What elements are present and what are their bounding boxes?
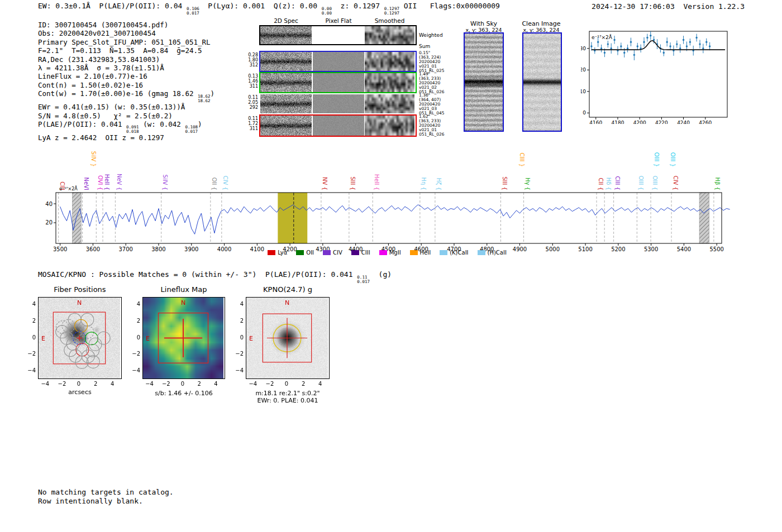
- mosaic-match-line: MOSAIC/KPNO : Possible Matches = 0 (with…: [38, 270, 392, 284]
- legend-label: HeII: [420, 250, 431, 256]
- data-point: [683, 39, 684, 41]
- y-tick-label: −4: [23, 367, 36, 373]
- pixel-flat-strip: [313, 52, 364, 71]
- lineflux-caption: s/b: 1.46 +/- 0.106: [131, 390, 237, 397]
- y-tick-label: 4: [231, 301, 244, 307]
- lineflux-map-panel: NE: [142, 297, 225, 379]
- spectral-line-label: NeVI: [83, 178, 89, 190]
- data-point: [686, 45, 688, 47]
- legend-item: (H)CaII: [478, 250, 507, 256]
- full-spectrum-plot: 3500360037003800390040004100420043004400…: [45, 146, 737, 258]
- spectral-line-label: HeII {: [104, 174, 110, 190]
- fraction-lower: 0.1297: [384, 11, 399, 16]
- weighted-sum-line2: Sum: [419, 44, 443, 49]
- lineflux-map-title: Lineflux Map: [142, 285, 225, 294]
- info-line: F=2.1" T=0.113 N̄=1.35 A=0.84 ḡ=24.5: [38, 46, 214, 55]
- data-point: [666, 41, 667, 43]
- y-tick-label: 0: [23, 334, 36, 341]
- text-segment: (g): [370, 270, 392, 279]
- x-tick-label: 2: [194, 381, 205, 387]
- spectral-line-label: HeII {: [374, 174, 380, 190]
- cutout-row-left-labels: 0.11 1.72 311: [244, 116, 258, 132]
- fraction-lower: 18.62: [198, 99, 211, 103]
- spectral-line-label: CIII {: [614, 176, 621, 190]
- spectral-line-label: OVI {: [97, 175, 103, 190]
- legend-item: Lyα: [268, 250, 287, 256]
- fraction-lower: 0.00: [322, 11, 332, 16]
- y-tick-label: −4: [231, 367, 244, 373]
- legend-label: Lyα: [278, 250, 287, 256]
- cutout-row-right-labels: 0.15" (363, 224) 20200420 v021_01 051_RL…: [419, 51, 446, 73]
- elixer-report-page: EW: 0.3±0.1Å P(LAE)/P(OII): 0.04 0.1060.…: [0, 0, 782, 532]
- clean-image: [523, 33, 561, 131]
- text-segment: MOSAIC/KPNO : Possible Matches = 0 (with…: [38, 270, 357, 279]
- data-point: [604, 52, 605, 54]
- x-tick-label: 4220: [655, 120, 668, 124]
- compass-north-label: N: [77, 299, 82, 306]
- legend-item: MgII: [379, 250, 401, 256]
- x-tick-label: 4160: [589, 120, 602, 124]
- text-segment: P(Lyα): 0.001 Q(z): 0.00: [199, 2, 322, 10]
- y-tick-label: 0: [231, 334, 244, 341]
- fraction-lower: 0.017: [187, 11, 199, 16]
- compass-north-label: N: [181, 299, 185, 306]
- x-tick-label: 4260: [699, 120, 712, 124]
- spec2d-strip: [260, 73, 312, 92]
- smoothed-strip: [365, 73, 414, 92]
- text-segment: ): [211, 89, 215, 98]
- info-line: LineFlux = 2.10(±0.77)e-16: [38, 72, 214, 80]
- data-point: [607, 43, 609, 45]
- fraction-lower: 0.017: [185, 130, 198, 134]
- data-point: [637, 45, 638, 47]
- data-point: [689, 41, 691, 43]
- units-annotation: e⁻¹⁷×2Å: [59, 185, 78, 191]
- spectral-line-label: OIII }: [654, 152, 660, 167]
- spectral-line-label: SIII {: [502, 176, 508, 190]
- fiber-positions-panel: NE: [38, 297, 122, 379]
- data-point: [620, 45, 622, 47]
- text-segment: EW: 0.3±0.1Å P(LAE)/P(OII): 0.04: [38, 2, 187, 10]
- legend-item: (K)CaII: [440, 250, 468, 256]
- spectral-line-label: Hγ {: [524, 178, 531, 190]
- info-line: Cont(n) = 1.50(±0.02)e-16: [38, 81, 214, 89]
- text-segment: z: 0.1297: [332, 2, 384, 10]
- legend-item: HeII: [410, 250, 431, 256]
- y-tick-label: −4: [128, 367, 140, 373]
- spectral-line-label: NV {: [322, 177, 328, 190]
- pixel-flat-strip: [313, 26, 364, 44]
- spectral-line-label: OIII {: [652, 176, 658, 190]
- x-tick-label: 0: [281, 381, 292, 387]
- data-point: [679, 47, 681, 49]
- with-sky-image: [465, 33, 503, 131]
- kpno-title: KPNO(24.7) g: [246, 285, 330, 294]
- data-point: [600, 47, 602, 49]
- p1-overlay: NE: [39, 298, 120, 378]
- column-header-smoothed: Smoothed: [365, 17, 414, 24]
- info-line: S/N = 4.8(±0.5) χ² = 2.5(±0.2): [38, 112, 214, 120]
- data-point: [633, 54, 635, 56]
- y-tick-label: 20: [45, 219, 53, 226]
- spectral-line-label: SIII {: [350, 176, 356, 190]
- stacked-fraction: 0.000.00: [322, 7, 332, 15]
- cutout-row-left-labels: 0.13 1.46 311: [244, 74, 258, 89]
- clean-image-panel: [522, 32, 562, 132]
- units-annotation: e⁻¹⁷×2Å: [592, 34, 613, 40]
- fiber-circle-gray: [97, 332, 110, 344]
- smoothed-strip: [365, 94, 414, 113]
- data-point: [650, 35, 651, 36]
- x-tick-label: 2: [298, 381, 309, 387]
- cutout-row-right-labels: 1.36" (364, 407) 20200420 v021_03 051_RL…: [419, 93, 446, 116]
- stacked-fraction: 18.6218.62: [198, 94, 211, 103]
- legend-label: CIII: [361, 250, 370, 256]
- data-point: [709, 45, 711, 47]
- spectrum-frame: [56, 193, 722, 243]
- spectral-line-label: SiIV }: [90, 151, 97, 167]
- x-tick-label: −2: [264, 381, 275, 387]
- x-tick-label: 2: [90, 381, 101, 387]
- timestamp-version: 2024-12-30 17:06:03 Version 1.22.3: [592, 2, 745, 11]
- info-line: RA,Dec (231.432983,53.841003): [38, 55, 214, 64]
- stacked-fraction: 0.1060.017: [187, 7, 199, 15]
- cutout-row-left-labels: 0.28 1.80 312: [244, 52, 258, 68]
- fiber-circle-gray: [87, 356, 99, 368]
- column-header-2dspec: 2D Spec: [260, 17, 312, 24]
